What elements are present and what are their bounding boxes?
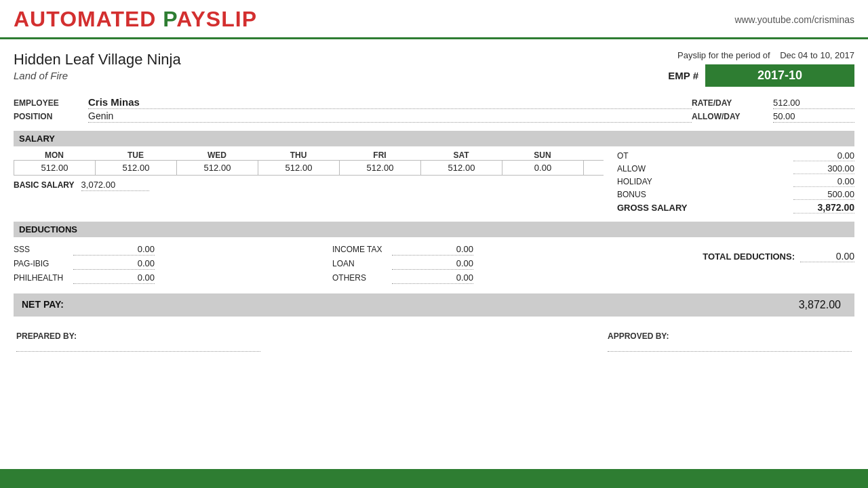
bonus-row: BONUS 500.00 [617, 189, 854, 200]
gross-value: 3,872.00 [793, 202, 854, 214]
day-sun: SUN [502, 150, 583, 160]
title-text-ayslip: AYSLIP [176, 7, 257, 31]
loan-row: LOAN 0.00 [332, 258, 651, 270]
total-ded-label: TOTAL DEDUCTIONS: [703, 251, 795, 262]
ot-label: OT [617, 151, 665, 161]
prepared-by-label: PREPARED BY: [16, 331, 260, 341]
prepared-by-line [16, 342, 260, 352]
bonus-label: BONUS [617, 190, 665, 199]
deductions-col2: INCOME TAX 0.00 LOAN 0.00 OTHERS 0.00 [332, 244, 651, 284]
website-url: www.youtube.com/crisminas [734, 14, 854, 25]
total-ded-value: 0.00 [800, 251, 854, 262]
val-tue: 512.00 [96, 161, 177, 175]
income-tax-value: 0.00 [392, 244, 473, 256]
val-sat: 512.00 [421, 161, 502, 175]
day-fri: FRI [339, 150, 420, 160]
others-row: OTHERS 0.00 [332, 272, 651, 284]
allow-value-r: 300.00 [793, 163, 854, 174]
signatures-row: PREPARED BY: APPROVED BY: [14, 331, 854, 352]
pagibig-value: 0.00 [73, 258, 155, 270]
allow-label-r: ALLOW [617, 164, 665, 174]
bonus-value: 500.00 [793, 189, 854, 200]
employee-section: EMPLOYEE Cris Minas RATE/DAY 512.00 POSI… [14, 96, 854, 123]
payslip-period: Payslip for the period of Dec 04 to 10, … [668, 50, 854, 60]
day-tue: TUE [95, 150, 176, 160]
val-thu: 512.00 [258, 161, 340, 175]
net-pay-label: NET PAY: [14, 293, 651, 317]
ot-value: 0.00 [793, 150, 854, 161]
total-deductions-col: TOTAL DEDUCTIONS: 0.00 [651, 244, 854, 262]
basic-value: 3,072.00 [81, 180, 149, 191]
day-thu: THU [258, 150, 339, 160]
basic-label: BASIC SALARY [14, 180, 75, 190]
emp-row: EMP # 2017-10 [668, 64, 854, 87]
holiday-label: HOLIDAY [617, 177, 665, 186]
day-values: 512.00 512.00 512.00 512.00 512.00 512.0… [14, 160, 604, 176]
prepared-by-block: PREPARED BY: [16, 331, 260, 352]
philhealth-row: PHILHEALTH 0.00 [14, 272, 332, 284]
company-sub: Land of Fire [14, 70, 181, 81]
total-ded-row: TOTAL DEDUCTIONS: 0.00 [651, 251, 854, 262]
company-info: Hidden Leaf Village Ninja Land of Fire [14, 50, 181, 81]
title-p: P [163, 7, 176, 31]
allow-value: 50.00 [773, 111, 854, 123]
others-label: OTHERS [332, 273, 387, 283]
pagibig-row: PAG-IBIG 0.00 [14, 258, 332, 270]
salary-right: OT 0.00 ALLOW 300.00 HOLIDAY 0.00 BONUS … [604, 150, 854, 214]
loan-value: 0.00 [392, 258, 473, 270]
day-headers: MON TUE WED THU FRI SAT SUN [14, 150, 604, 160]
val-mon: 512.00 [14, 161, 96, 175]
deductions-content: SSS 0.00 PAG-IBIG 0.00 PHILHEALTH 0.00 I… [14, 244, 854, 284]
salary-left: MON TUE WED THU FRI SAT SUN 512.00 512.0… [14, 150, 604, 214]
footer-bar [0, 469, 868, 488]
day-wed: WED [176, 150, 258, 160]
company-name: Hidden Leaf Village Ninja [14, 50, 181, 70]
val-wed: 512.00 [177, 161, 258, 175]
sss-value: 0.00 [73, 244, 155, 256]
salary-content: MON TUE WED THU FRI SAT SUN 512.00 512.0… [14, 150, 854, 214]
pagibig-label: PAG-IBIG [14, 259, 68, 268]
day-sat: SAT [420, 150, 502, 160]
gross-label: GROSS SALARY [617, 203, 688, 213]
val-fri: 512.00 [340, 161, 421, 175]
income-tax-label: INCOME TAX [332, 245, 387, 254]
deductions-col1: SSS 0.00 PAG-IBIG 0.00 PHILHEALTH 0.00 [14, 244, 332, 284]
ot-row: OT 0.00 [617, 150, 854, 161]
company-row: Hidden Leaf Village Ninja Land of Fire P… [14, 50, 854, 87]
period-label: Payslip for the period of [677, 50, 770, 60]
page-header: AUTOMATED PAYSLIP www.youtube.com/crismi… [0, 0, 868, 39]
rate-label: RATE/DAY [692, 98, 773, 108]
salary-section-header: SALARY [14, 131, 854, 146]
period-value: Dec 04 to 10, 2017 [780, 50, 854, 60]
philhealth-value: 0.00 [73, 272, 155, 284]
loan-label: LOAN [332, 259, 387, 268]
holiday-row: HOLIDAY 0.00 [617, 176, 854, 187]
approved-by-line [608, 342, 852, 352]
rate-value: 512.00 [773, 98, 854, 109]
salary-right-table: OT 0.00 ALLOW 300.00 HOLIDAY 0.00 BONUS … [617, 150, 854, 214]
income-tax-row: INCOME TAX 0.00 [332, 244, 651, 256]
app-title: AUTOMATED PAYSLIP [14, 7, 257, 32]
net-pay-value: 3,872.00 [651, 293, 854, 317]
net-pay-row: NET PAY: 3,872.00 [14, 293, 854, 317]
philhealth-label: PHILHEALTH [14, 273, 68, 283]
basic-salary-row: BASIC SALARY 3,072.00 [14, 180, 604, 191]
holiday-value: 0.00 [793, 176, 854, 187]
payslip-info: Payslip for the period of Dec 04 to 10, … [668, 50, 854, 87]
sss-row: SSS 0.00 [14, 244, 332, 256]
gross-row: GROSS SALARY 3,872.00 [617, 202, 854, 214]
val-sun: 0.00 [502, 161, 584, 175]
title-text-automated: AUTOMATED [14, 7, 163, 31]
allow-row: ALLOW 300.00 [617, 163, 854, 174]
employee-name: Cris Minas [88, 96, 692, 109]
deductions-section-header: DEDUCTIONS [14, 222, 854, 237]
emp-number: 2017-10 [705, 64, 854, 87]
position-value: Genin [88, 110, 692, 123]
approved-by-label: APPROVED BY: [608, 331, 852, 341]
others-value: 0.00 [392, 272, 473, 284]
approved-by-block: APPROVED BY: [608, 331, 852, 352]
day-mon: MON [14, 150, 95, 160]
allow-label: ALLOW/DAY [692, 112, 773, 121]
sss-label: SSS [14, 245, 68, 254]
main-content: Hidden Leaf Village Ninja Land of Fire P… [0, 39, 868, 469]
